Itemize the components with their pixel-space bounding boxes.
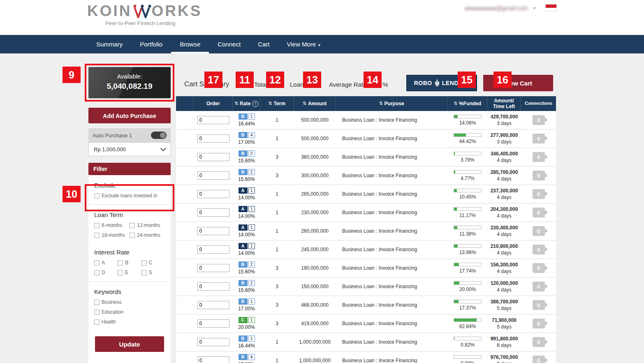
keyword-checkbox-business[interactable]: Business bbox=[94, 299, 165, 305]
connections-icon[interactable]: 0 bbox=[533, 356, 545, 363]
sort-icon[interactable]: ⇅ bbox=[303, 101, 306, 106]
help-icon[interactable]: ? bbox=[252, 101, 258, 107]
order-input[interactable] bbox=[197, 153, 229, 161]
checkbox-box[interactable] bbox=[94, 310, 100, 315]
exclude-checkbox-exclude-loans-invested-in[interactable]: Exclude loans invested in bbox=[94, 193, 165, 199]
connections-icon[interactable]: 0 bbox=[533, 189, 545, 199]
term-cell: 1 bbox=[260, 185, 294, 203]
connections-icon[interactable]: 0 bbox=[533, 300, 545, 310]
order-input[interactable] bbox=[197, 171, 229, 180]
order-input[interactable] bbox=[197, 356, 229, 363]
order-input[interactable] bbox=[197, 134, 229, 143]
grade-number-badge: 4 bbox=[248, 354, 255, 360]
order-input[interactable] bbox=[197, 208, 229, 217]
interest-rate-checkbox-e[interactable]: E bbox=[118, 270, 141, 275]
col-header--funded[interactable]: ⇅%Funded bbox=[448, 96, 487, 111]
rate-percent: 17.00% bbox=[238, 139, 255, 145]
col-header-label: %Funded bbox=[459, 101, 481, 106]
nav-item-cart[interactable]: Cart bbox=[249, 35, 278, 53]
interest-rate-checkbox-s[interactable]: S bbox=[141, 270, 165, 275]
funded-progress-bar bbox=[454, 226, 482, 229]
order-input[interactable] bbox=[197, 264, 229, 272]
nav-item-portfolio[interactable]: Portfolio bbox=[131, 35, 171, 53]
connections-icon[interactable]: 0 bbox=[533, 171, 545, 180]
connections-icon[interactable]: 0 bbox=[533, 208, 545, 217]
connections-icon[interactable]: 0 bbox=[533, 319, 545, 328]
checkbox-box[interactable] bbox=[94, 260, 100, 266]
col-header-term[interactable]: ⇅Term bbox=[260, 96, 294, 111]
language-flag-indonesia[interactable] bbox=[545, 4, 557, 12]
checkbox-label: Health bbox=[102, 319, 116, 325]
checkbox-box[interactable] bbox=[118, 260, 123, 266]
interest-rate-checkbox-c[interactable]: C bbox=[141, 260, 165, 266]
checkbox-box[interactable] bbox=[94, 270, 100, 275]
connections-icon[interactable]: 0 bbox=[533, 152, 545, 162]
amount-value: 360,000,000 bbox=[301, 154, 329, 160]
loan-term-checkbox-18-months[interactable]: 18-months bbox=[94, 232, 130, 238]
col-header-purpose[interactable]: ⇅Purpose bbox=[336, 96, 448, 111]
checkbox-box[interactable] bbox=[94, 193, 100, 199]
checkbox-box[interactable] bbox=[130, 223, 135, 228]
loan-row: B215.60%3190,000,000Business Loan : Invo… bbox=[176, 259, 556, 277]
funded-progress-fill bbox=[454, 189, 457, 192]
sort-icon[interactable]: ⇅ bbox=[379, 101, 382, 106]
sort-icon[interactable]: ⇅ bbox=[268, 101, 272, 106]
checkbox-box[interactable] bbox=[130, 233, 135, 238]
keyword-checkbox-health[interactable]: Health bbox=[94, 319, 165, 325]
connections-icon[interactable]: 0 bbox=[533, 337, 545, 347]
amount-time-left-cell: 976,700,0006 days bbox=[487, 351, 521, 363]
nav-item-summary[interactable]: Summary bbox=[88, 35, 131, 53]
user-menu-caret-icon[interactable]: ▾ bbox=[533, 6, 535, 10]
order-input[interactable] bbox=[197, 190, 229, 198]
connections-icon[interactable]: 0 bbox=[533, 115, 545, 125]
interest-rate-checkbox-d[interactable]: D bbox=[94, 270, 118, 275]
nav-item-view-more[interactable]: View More▾ bbox=[278, 35, 329, 53]
checkbox-box[interactable] bbox=[141, 270, 147, 275]
amount-left: 210,800,000 bbox=[491, 243, 518, 249]
amount-cell: 260,000,000 bbox=[294, 222, 336, 240]
loan-term-checkbox-12-months[interactable]: 12-months bbox=[130, 222, 165, 228]
update-button[interactable]: Update bbox=[95, 336, 164, 352]
interest-rate-checkbox-b[interactable]: B bbox=[118, 260, 141, 266]
order-input[interactable] bbox=[197, 319, 229, 328]
order-input[interactable] bbox=[197, 282, 229, 291]
loan-term-checkbox-24-months[interactable]: 24-months bbox=[130, 232, 165, 238]
checkbox-label: S bbox=[149, 270, 152, 275]
checkbox-box[interactable] bbox=[118, 270, 123, 275]
checkbox-label: 24-months bbox=[137, 232, 160, 238]
user-email[interactable]: ●●●●●●●●●@gmail.com bbox=[465, 5, 528, 12]
connections-icon[interactable]: 0 bbox=[533, 263, 545, 273]
order-input[interactable] bbox=[197, 245, 229, 254]
auto-purchase-amount-select[interactable]: Rp 1,000,000 bbox=[88, 142, 171, 156]
interest-rate-checkbox-a[interactable]: A bbox=[94, 260, 118, 266]
grade-number-badge: 1 bbox=[248, 335, 255, 342]
order-input[interactable] bbox=[197, 301, 229, 309]
order-input[interactable] bbox=[197, 338, 229, 346]
col-header-amount[interactable]: ⇅Amount bbox=[294, 96, 336, 111]
checkbox-box[interactable] bbox=[94, 233, 100, 238]
connections-icon[interactable]: 0 bbox=[533, 134, 545, 143]
keyword-checkbox-education[interactable]: Education bbox=[94, 309, 165, 315]
nav-item-connect[interactable]: Connect bbox=[209, 35, 249, 53]
loan-term-checkbox-6-months[interactable]: 6-months bbox=[94, 222, 130, 228]
funded-progress-fill bbox=[454, 208, 457, 210]
grade-number-badge: 1 bbox=[248, 298, 255, 305]
connections-icon[interactable]: 0 bbox=[533, 245, 545, 254]
auto-purchase-toggle[interactable] bbox=[151, 132, 167, 139]
checkbox-box[interactable] bbox=[141, 260, 147, 266]
add-auto-purchase-button[interactable]: Add Auto Purchase bbox=[88, 108, 171, 123]
order-input[interactable] bbox=[197, 227, 229, 235]
checkbox-box[interactable] bbox=[94, 300, 100, 305]
sort-icon[interactable]: ⇅ bbox=[234, 101, 238, 106]
sort-icon[interactable]: ⇅ bbox=[454, 101, 457, 106]
checkbox-box[interactable] bbox=[94, 223, 100, 228]
purpose-cell: Business Loan : Invoice Financing bbox=[336, 240, 448, 259]
checkbox-box[interactable] bbox=[94, 319, 100, 325]
amount-time-left-cell: 237,300,0004 days bbox=[487, 185, 521, 203]
connections-icon[interactable]: 0 bbox=[533, 282, 545, 291]
connections-icon[interactable]: 0 bbox=[533, 226, 545, 236]
nav-item-browse[interactable]: Browse bbox=[171, 35, 209, 53]
order-input[interactable] bbox=[197, 116, 229, 124]
col-header-rate[interactable]: ⇅Rate? bbox=[233, 96, 260, 111]
loan-row: B215.60%3150,000,000Business Loan : Invo… bbox=[176, 277, 556, 296]
